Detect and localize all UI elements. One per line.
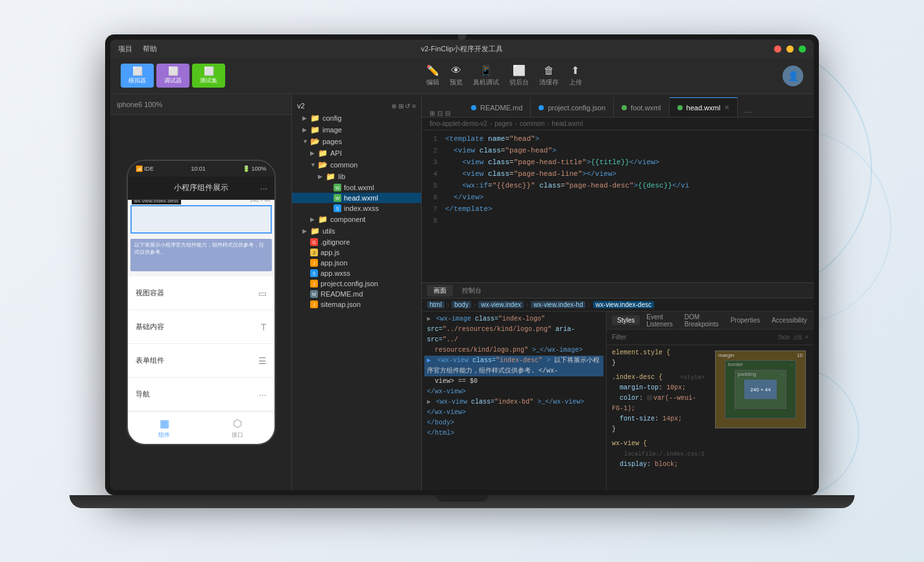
filter-hint-cls[interactable]: .cls (792, 334, 802, 341)
devtools-styles-panel: Styles Event Listeners DOM Breakpoints P… (606, 312, 814, 490)
html-text-2: view> == $0 (427, 378, 478, 385)
subtab-event-listeners[interactable]: Event Listeners (641, 312, 678, 329)
styles-filter-input[interactable] (612, 334, 775, 341)
style-rule-index-desc: .index-desc { <style> margin-top: 10px; … (612, 373, 705, 435)
readme-tab-dot (471, 105, 476, 110)
edit-label: 编辑 (426, 78, 439, 87)
head-wxml-tab-dot (677, 105, 683, 110)
tree-item-utils[interactable]: ▶ 📁 utils (292, 225, 421, 237)
debugger-button[interactable]: ⬜ 调试器 (156, 64, 189, 88)
debugger-icon: ⬜ (168, 66, 178, 76)
subtab-styles[interactable]: Styles (612, 315, 640, 325)
devtag-wx-view-index-hd[interactable]: wx-view.index-hd (531, 301, 585, 308)
tool-device-debug[interactable]: 📱 真机调试 (473, 64, 499, 87)
tab-foot-wxml[interactable]: foot.wxml (614, 97, 669, 117)
list-item-form[interactable]: 表单组件 ☰ (128, 344, 274, 378)
test-button[interactable]: ⬜ 测试集 (192, 64, 225, 88)
preview-topbar: iphone6 100% (110, 94, 291, 115)
expand-1[interactable]: ▶ (427, 315, 431, 323)
tab-components[interactable]: ▦ 组件 (128, 417, 201, 439)
minimize-btn[interactable] (786, 45, 794, 53)
tree-item-readme[interactable]: ▶ M README.md (292, 289, 421, 299)
tool-preview[interactable]: 👁 预览 (450, 65, 463, 87)
subtab-accessibility[interactable]: Accessibility (766, 315, 812, 325)
devtab-elements[interactable]: 画面 (427, 285, 453, 297)
tag-wx-image-close: >_</wx-image> (532, 347, 583, 354)
simulator-button[interactable]: ⬜ 模拟器 (121, 64, 154, 88)
line-content-4: <view class="page-head-line"></view> (445, 168, 814, 180)
tree-item-sitemap[interactable]: ▶ J sitemap.json (292, 299, 421, 310)
box-model-padding-value: - (781, 371, 783, 377)
devtag-body[interactable]: body (452, 301, 471, 308)
more-tabs-btn[interactable]: ··· (740, 106, 756, 117)
style-rule-index-desc-close: } (612, 424, 705, 435)
list-item-basic[interactable]: 基础内容 T (128, 310, 274, 344)
folder-lib-label: lib (338, 173, 345, 180)
devtag-wx-view-index[interactable]: wx-view.index (478, 301, 524, 308)
devtag-html[interactable]: html (427, 301, 444, 308)
file-head-wxml-icon: W (334, 194, 341, 202)
folder-common-label: common (330, 161, 358, 169)
preview-label: 预览 (450, 78, 463, 87)
tab-readme[interactable]: README.md (463, 97, 531, 117)
html-line-2: ▶ <wx-view class="index-desc" > 以下将展示小程序… (424, 356, 603, 376)
tree-item-app-js[interactable]: ▶ J app.js (292, 247, 421, 258)
devtag-wx-view-index-desc[interactable]: wx-view.index-desc (593, 301, 654, 308)
tree-item-head-wxml[interactable]: ▶ W head.wxml (292, 193, 421, 203)
tool-edit[interactable]: ✏️ 编辑 (426, 64, 439, 87)
line-num-3: 3 (422, 156, 445, 168)
menu-help[interactable]: 帮助 (143, 44, 157, 54)
subtab-properties[interactable]: Properties (725, 315, 766, 325)
tree-item-image[interactable]: ▶ 📁 image (292, 124, 421, 136)
box-model-padding: padding - 240 × 44 (735, 370, 786, 409)
tree-item-api[interactable]: ▶ 📁 API (292, 147, 421, 159)
tab-head-wxml[interactable]: head.wxml ✕ (670, 97, 738, 117)
tree-item-component[interactable]: ▶ 📁 component (292, 214, 421, 225)
maximize-btn[interactable] (799, 45, 806, 53)
tree-item-common[interactable]: ▼ 📂 common (292, 159, 421, 171)
root-label: v2 (297, 102, 305, 110)
devtab-console[interactable]: 控制台 (456, 285, 488, 297)
tree-item-lib[interactable]: ▶ 📁 lib (292, 171, 421, 182)
attr-val-aria: "../ resources/kind/logo.png" (427, 336, 528, 354)
html-line-7: </body> (424, 418, 603, 428)
clear-cache-icon: 🗑 (544, 65, 554, 77)
filter-hint-plus[interactable]: + (805, 334, 808, 341)
tree-item-gitignore[interactable]: ▶ G .gitignore (292, 237, 421, 247)
laptop-base (69, 495, 855, 508)
tree-item-app-json[interactable]: ▶ J app.json (292, 258, 421, 268)
tree-item-project-config[interactable]: ▶ J project.config.json (292, 278, 421, 289)
box-model-padding-label: padding (738, 371, 756, 377)
subtab-dom-breakpoints[interactable]: DOM Breakpoints (679, 312, 724, 329)
user-avatar[interactable]: 👤 (783, 66, 803, 86)
tree-item-foot-wxml[interactable]: ▶ W foot.wxml (292, 182, 421, 193)
html-line-1: ▶ <wx-image class="index-logo" src="../r… (424, 314, 603, 356)
expand-2[interactable]: ▶ (427, 398, 431, 406)
close-btn[interactable] (774, 45, 781, 53)
tree-item-app-wxss[interactable]: ▶ S app.wxss (292, 268, 421, 278)
tool-upload[interactable]: ⬆ 上传 (569, 64, 582, 87)
source-wx-view[interactable]: localfile:/.index.css:2 (624, 449, 705, 459)
phone-more-icon[interactable]: ··· (260, 183, 268, 193)
menu-project[interactable]: 项目 (118, 44, 132, 54)
code-editor[interactable]: 1 <template name="head"> 2 <view class="… (422, 130, 814, 282)
head-wxml-tab-close[interactable]: ✕ (724, 104, 729, 111)
tree-item-pages[interactable]: ▼ 📂 pages (292, 136, 421, 147)
list-label-nav: 导航 (136, 389, 150, 399)
devtag-sep-2: › (474, 301, 476, 308)
list-item-view[interactable]: 视图容器 ▭ (128, 276, 274, 310)
tab-api[interactable]: ⬡ 接口 (201, 417, 274, 439)
list-label-basic: 基础内容 (136, 322, 164, 332)
filter-hint-hov[interactable]: :hov (777, 334, 790, 341)
source-index-desc[interactable]: <style> (680, 373, 705, 383)
tree-item-config[interactable]: ▶ 📁 config (292, 112, 421, 124)
list-item-nav[interactable]: 导航 ··· (128, 378, 274, 411)
tool-background[interactable]: ⬜ 切后台 (509, 64, 529, 87)
tool-clear-cache[interactable]: 🗑 清缓存 (539, 65, 559, 87)
folder-api-icon: 📁 (318, 149, 328, 158)
tree-actions[interactable]: ⊕ ⊞ ↺ ≡ (391, 103, 416, 110)
device-debug-label: 真机调试 (473, 78, 499, 87)
tree-item-index-wxss[interactable]: ▶ S index.wxss (292, 203, 421, 214)
tab-project-config[interactable]: project.config.json (531, 97, 614, 117)
code-line-8: 8 (422, 215, 814, 226)
